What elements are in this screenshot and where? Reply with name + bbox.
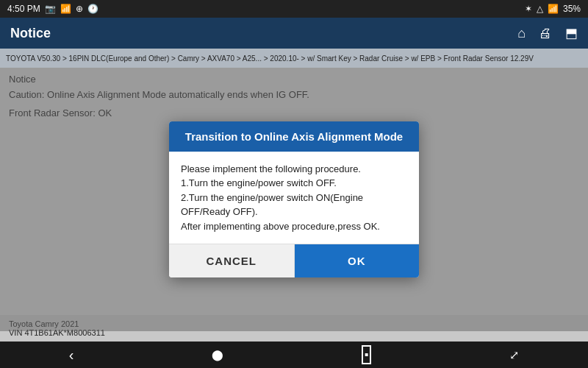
main-content: Notice Caution: Online Axis Alignment Mo… [0, 68, 588, 331]
time-display: 4:50 PM [7, 4, 40, 14]
battery-text: 35% [563, 4, 581, 14]
alert-icon: △ [537, 4, 543, 14]
signal-icon: 📶 [60, 4, 71, 14]
cancel-button[interactable]: CANCEL [169, 244, 295, 277]
breadcrumb-text: TOYOTA V50.30 > 16PIN DLC(Europe and Oth… [6, 54, 534, 63]
ok-button[interactable]: OK [295, 244, 420, 277]
wifi-icon: 📶 [548, 4, 559, 14]
breadcrumb: TOYOTA V50.30 > 16PIN DLC(Europe and Oth… [0, 49, 588, 68]
home-icon[interactable]: ⌂ [517, 26, 526, 41]
dialog: Transition to Online Axis Alignment Mode… [169, 121, 419, 278]
status-bar: 4:50 PM 📷 📶 ⊕ 🕐 ✶ △ 📶 35% [0, 0, 588, 18]
resize-button[interactable]: ⤢ [509, 348, 519, 362]
nav-bar: ‹ ⬤ ▪ ⤢ [0, 342, 588, 368]
page-title: Notice [10, 26, 51, 41]
modal-overlay: Transition to Online Axis Alignment Mode… [0, 68, 588, 331]
back-button[interactable]: ‹ [69, 347, 74, 364]
dialog-header: Transition to Online Axis Alignment Mode [169, 121, 419, 152]
dialog-body-text: Please implement the following procedure… [181, 163, 380, 232]
extra-icon: ⊕ [76, 4, 83, 14]
title-bar-icons: ⌂ 🖨 ⬒ [517, 25, 578, 41]
clock-icon: 🕐 [87, 4, 98, 14]
dialog-footer: CANCEL OK [169, 244, 419, 277]
export-icon[interactable]: ⬒ [565, 25, 578, 41]
recents-button[interactable]: ▪ [362, 345, 372, 364]
camera-icon: 📷 [45, 4, 56, 14]
status-bar-left: 4:50 PM 📷 📶 ⊕ 🕐 [7, 4, 98, 14]
bluetooth-icon: ✶ [525, 4, 532, 14]
print-icon[interactable]: 🖨 [539, 26, 552, 41]
title-bar: Notice ⌂ 🖨 ⬒ [0, 18, 588, 49]
status-bar-right: ✶ △ 📶 35% [525, 4, 581, 14]
home-button[interactable]: ⬤ [212, 349, 223, 361]
dialog-body: Please implement the following procedure… [169, 152, 419, 244]
